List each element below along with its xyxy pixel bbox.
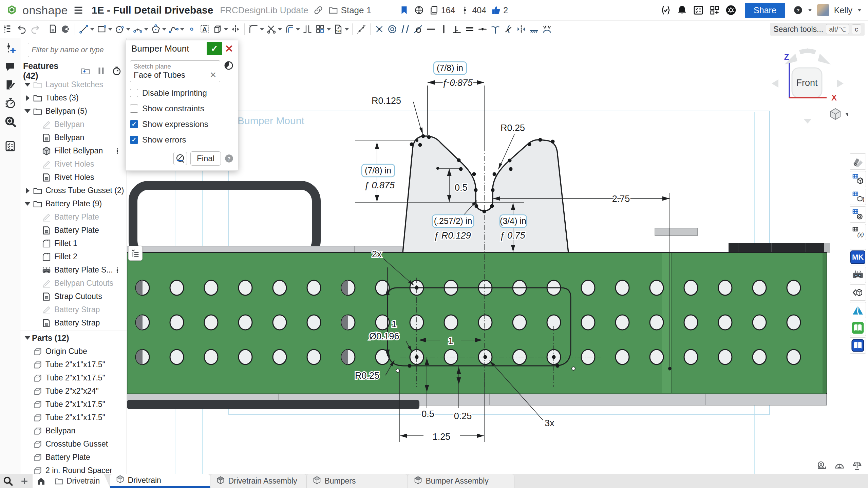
point-tool-icon[interactable] [185, 24, 198, 35]
chevron-down-icon[interactable] [23, 107, 32, 116]
dropdown-caret-icon[interactable] [108, 28, 112, 31]
display-grid-cube-button[interactable] [850, 171, 866, 187]
normal-constraint-icon[interactable] [489, 24, 502, 35]
edit-document-icon[interactable] [4, 79, 16, 91]
pierce-constraint-icon[interactable] [502, 24, 515, 35]
checkbox-checked[interactable]: ✓ [130, 120, 138, 128]
help-icon[interactable]: ? [793, 5, 803, 15]
pattern-linear-tool-icon[interactable] [301, 24, 314, 35]
protractor-icon[interactable] [834, 460, 845, 472]
view-cube-face-label[interactable]: Front [796, 78, 818, 88]
likes-stat[interactable]: 2 [491, 5, 508, 15]
user-avatar[interactable] [817, 4, 829, 16]
mass-properties-icon[interactable] [852, 460, 863, 472]
suppress-pause-icon[interactable] [96, 66, 106, 76]
feature-list-toggle[interactable] [0, 21, 14, 38]
apps-grid-icon[interactable] [709, 4, 720, 16]
tab-bumpers[interactable]: Bumpers [307, 474, 408, 488]
mk-badge-button[interactable]: MK [850, 249, 866, 265]
robot-assistant-button[interactable] [850, 267, 866, 283]
tape-measure-icon[interactable] [816, 460, 827, 472]
feature-row[interactable]: Tubes (3) [20, 91, 127, 105]
checkbox-row[interactable]: ✓Show expressions [130, 119, 234, 129]
midpoint-constraint-icon[interactable] [476, 24, 489, 35]
arc-tool-icon[interactable] [131, 24, 149, 35]
checkbox-row[interactable]: Show constraints [130, 104, 234, 113]
feature-row[interactable]: Rivet Holes [20, 171, 127, 184]
feature-row[interactable]: Fillet 1 [20, 237, 127, 250]
checkbox-row[interactable]: ✓Show errors [130, 135, 234, 145]
workspace-breadcrumb[interactable]: Stage 1 [328, 5, 372, 16]
fillet-tool-icon[interactable] [247, 24, 265, 35]
cancel-button[interactable]: ✕ [222, 42, 236, 55]
part-row[interactable]: Bellypan [20, 424, 127, 437]
chevron-right-icon[interactable] [23, 186, 32, 195]
help-caret-icon[interactable] [808, 9, 812, 11]
onshape-logo-icon[interactable] [6, 4, 18, 16]
feature-row[interactable]: Bellypan Cutouts [20, 277, 127, 290]
chevron-down-icon[interactable] [23, 80, 32, 89]
hamburger-menu-icon[interactable] [73, 4, 84, 16]
chevron-down-icon[interactable] [23, 200, 32, 208]
exploded-cube-button[interactable] [850, 284, 866, 301]
dropdown-caret-icon[interactable] [260, 28, 264, 31]
mirror-tool-icon[interactable] [229, 24, 242, 35]
feature-row[interactable]: Battery Plate [20, 210, 127, 224]
redo-icon[interactable] [29, 24, 41, 35]
dropdown-caret-icon[interactable] [90, 28, 94, 31]
appearance-button[interactable] [850, 153, 866, 170]
variables-table-button[interactable]: (x) [850, 224, 866, 240]
feature-row[interactable]: Cross Tube Gusset (2) [20, 184, 127, 197]
tab-drivetrain-assembly[interactable]: Drivetrain Assembly [210, 474, 307, 488]
coincident-constraint-icon[interactable] [373, 24, 386, 35]
copies-stat[interactable]: 164 [429, 5, 455, 15]
paste-sketch-icon[interactable] [46, 24, 59, 35]
checkbox-row[interactable]: Disable imprinting [130, 88, 234, 98]
feature-row[interactable]: Battery Strap [20, 303, 127, 316]
public-globe-icon[interactable] [414, 5, 424, 15]
use-project-icon[interactable] [59, 24, 72, 35]
sketch-plane-field[interactable]: Sketch plane Face of Tubes ✕ [130, 60, 220, 82]
rollback-pie-icon[interactable] [224, 60, 234, 71]
dropdown-caret-icon[interactable] [278, 28, 282, 31]
link-icon[interactable] [313, 5, 323, 15]
dropdown-caret-icon[interactable] [162, 28, 166, 31]
view-cube[interactable]: Front Z X [767, 43, 848, 128]
chevron-right-icon[interactable] [23, 94, 32, 102]
checkbox[interactable] [130, 105, 138, 113]
part-row[interactable]: Tube 2"x1"x17.5" [20, 371, 127, 384]
share-button[interactable]: Share [745, 3, 785, 18]
vertical-constraint-icon[interactable] [437, 24, 450, 35]
feature-row[interactable]: Bellypan [20, 131, 127, 144]
feature-row[interactable]: Battery Plate (9) [20, 197, 127, 210]
dialog-help-icon[interactable]: ? [224, 154, 234, 163]
dots-badge-icon[interactable] [114, 146, 121, 156]
dropdown-caret-icon[interactable] [180, 28, 184, 31]
feature-search-icon[interactable] [4, 115, 16, 128]
part-row[interactable]: Tube 2"x2"x24" [20, 384, 127, 398]
part-row[interactable]: Origin Cube [20, 345, 127, 358]
polygon-tool-icon[interactable] [149, 24, 167, 35]
parallel-constraint-icon[interactable] [399, 24, 412, 35]
dropdown-caret-icon[interactable] [345, 28, 349, 31]
kinematics-button[interactable] [850, 302, 866, 318]
feature-row[interactable]: Battery Plate [20, 224, 127, 237]
manual-green-button[interactable] [850, 320, 866, 336]
part-row[interactable]: Tube 2"x1"x17.5" [20, 398, 127, 411]
bottom-plate[interactable] [127, 394, 827, 409]
rollback-clock-icon[interactable] [112, 66, 122, 76]
line-tool-icon[interactable] [77, 24, 95, 35]
view-capture-button[interactable] [850, 206, 866, 223]
equal-constraint-icon[interactable] [463, 24, 476, 35]
document-title[interactable]: 1E - Full Detail Drivebase [92, 4, 213, 16]
part-row[interactable]: Battery Plate [20, 451, 127, 464]
trim-tool-icon[interactable] [265, 24, 283, 35]
circle-tool-icon[interactable] [113, 24, 131, 35]
version-add-icon[interactable] [4, 42, 16, 54]
bumper-mount-profile[interactable] [403, 136, 568, 252]
dropdown-caret-icon[interactable] [296, 28, 300, 31]
clear-selection-icon[interactable]: ✕ [210, 70, 216, 80]
tab-bumper-assembly[interactable]: Bumper Assembly [408, 474, 514, 488]
symmetric-constraint-icon[interactable] [515, 24, 528, 35]
breadcrumb-folder-tab[interactable]: Drivetrain [50, 474, 110, 488]
